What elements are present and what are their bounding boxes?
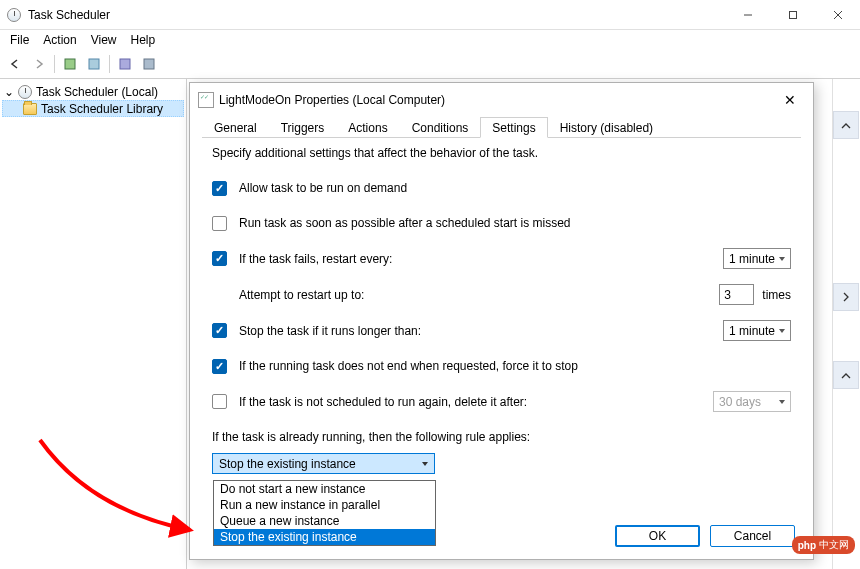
dialog-close-button[interactable]: ✕ (775, 86, 805, 114)
toolbar-btn-4[interactable] (138, 53, 160, 75)
settings-description: Specify additional settings that affect … (212, 146, 791, 160)
cancel-button[interactable]: Cancel (710, 525, 795, 547)
label-run-asap: Run task as soon as possible after a sch… (239, 216, 791, 230)
rule-option-2[interactable]: Queue a new instance (214, 513, 435, 529)
app-icon (7, 8, 21, 22)
toolbar-separator (54, 55, 55, 73)
back-button[interactable] (4, 53, 26, 75)
setting-restart-every: If the task fails, restart every: 1 minu… (212, 248, 791, 269)
ok-button[interactable]: OK (615, 525, 700, 547)
label-times: times (762, 288, 791, 302)
label-delete-after: If the task is not scheduled to run agai… (239, 395, 688, 409)
watermark-text: 中文网 (819, 538, 849, 552)
expand-icon[interactable]: ⌄ (4, 85, 14, 99)
checkbox-restart-every[interactable] (212, 251, 227, 266)
rule-option-3[interactable]: Stop the existing instance (214, 529, 435, 545)
dialog-titlebar[interactable]: LightModeOn Properties (Local Computer) … (190, 83, 813, 116)
window-titlebar: Task Scheduler (0, 0, 860, 30)
combo-restart-interval[interactable]: 1 minute (723, 248, 791, 269)
forward-button[interactable] (28, 53, 50, 75)
close-button[interactable] (815, 0, 860, 30)
tab-actions[interactable]: Actions (336, 117, 399, 138)
tree-panel: ⌄ Task Scheduler (Local) Task Scheduler … (0, 79, 187, 569)
tab-triggers[interactable]: Triggers (269, 117, 337, 138)
minimize-button[interactable] (725, 0, 770, 30)
rule-option-0[interactable]: Do not start a new instance (214, 481, 435, 497)
pane-collapse-1[interactable] (833, 111, 859, 139)
rule-option-1[interactable]: Run a new instance in parallel (214, 497, 435, 513)
folder-icon (23, 103, 37, 115)
svg-rect-7 (144, 59, 154, 69)
tree-library[interactable]: Task Scheduler Library (2, 100, 184, 117)
tree-root-label: Task Scheduler (Local) (36, 85, 158, 99)
menubar: File Action View Help (0, 30, 860, 50)
window-title: Task Scheduler (28, 8, 725, 22)
setting-run-asap: Run task as soon as possible after a sch… (212, 213, 791, 233)
maximize-button[interactable] (770, 0, 815, 30)
menu-action[interactable]: Action (36, 31, 83, 49)
window-controls (725, 0, 860, 30)
tab-history[interactable]: History (disabled) (548, 117, 665, 138)
combo-delete-after: 30 days (713, 391, 791, 412)
label-attempt-restart: Attempt to restart up to: (239, 288, 694, 302)
menu-help[interactable]: Help (124, 31, 163, 49)
watermark: php 中文网 (792, 536, 855, 554)
toolbar (0, 50, 860, 79)
tab-settings[interactable]: Settings (480, 117, 547, 138)
svg-rect-4 (65, 59, 75, 69)
input-attempt-count[interactable] (719, 284, 754, 305)
rule-dropdown-list: Do not start a new instance Run a new in… (213, 480, 436, 546)
checkbox-delete-after[interactable] (212, 394, 227, 409)
label-stop-longer: Stop the task if it runs longer than: (239, 324, 673, 338)
dialog-tabs: General Triggers Actions Conditions Sett… (202, 116, 801, 138)
properties-dialog: LightModeOn Properties (Local Computer) … (189, 82, 814, 560)
checkbox-force-stop[interactable] (212, 359, 227, 374)
checkbox-run-asap[interactable] (212, 216, 227, 231)
toolbar-btn-1[interactable] (59, 53, 81, 75)
dialog-title: LightModeOn Properties (Local Computer) (219, 93, 775, 107)
tab-content-settings: Specify additional settings that affect … (190, 138, 813, 482)
label-rule: If the task is already running, then the… (212, 430, 791, 444)
tab-general[interactable]: General (202, 117, 269, 138)
toolbar-separator (109, 55, 110, 73)
menu-file[interactable]: File (3, 31, 36, 49)
setting-delete-after: If the task is not scheduled to run agai… (212, 391, 791, 412)
checkbox-stop-longer[interactable] (212, 323, 227, 338)
svg-rect-6 (120, 59, 130, 69)
watermark-php: php (798, 540, 816, 551)
combo-rule-value: Stop the existing instance (219, 457, 356, 471)
setting-allow-on-demand: Allow task to be run on demand (212, 178, 791, 198)
toolbar-btn-2[interactable] (83, 53, 105, 75)
label-force-stop: If the running task does not end when re… (239, 359, 791, 373)
setting-stop-longer: Stop the task if it runs longer than: 1 … (212, 320, 791, 341)
pane-collapse-2[interactable] (833, 361, 859, 389)
combo-stop-longer[interactable]: 1 minute (723, 320, 791, 341)
dialog-buttons: OK Cancel (615, 525, 795, 547)
svg-rect-1 (789, 11, 796, 18)
label-restart-every: If the task fails, restart every: (239, 252, 673, 266)
checkbox-allow-on-demand[interactable] (212, 181, 227, 196)
scheduler-icon (18, 85, 32, 99)
action-pane-strip (832, 79, 860, 569)
tree-library-label: Task Scheduler Library (41, 102, 163, 116)
properties-icon (198, 92, 214, 108)
menu-view[interactable]: View (84, 31, 124, 49)
tree-root[interactable]: ⌄ Task Scheduler (Local) (2, 83, 184, 100)
setting-rule: If the task is already running, then the… (212, 427, 791, 447)
svg-rect-5 (89, 59, 99, 69)
toolbar-btn-3[interactable] (114, 53, 136, 75)
setting-attempt-restart: Attempt to restart up to: times (212, 284, 791, 305)
pane-expand[interactable] (833, 283, 859, 311)
combo-rule[interactable]: Stop the existing instance (212, 453, 435, 474)
label-allow-on-demand: Allow task to be run on demand (239, 181, 791, 195)
tab-conditions[interactable]: Conditions (400, 117, 481, 138)
setting-force-stop: If the running task does not end when re… (212, 356, 791, 376)
